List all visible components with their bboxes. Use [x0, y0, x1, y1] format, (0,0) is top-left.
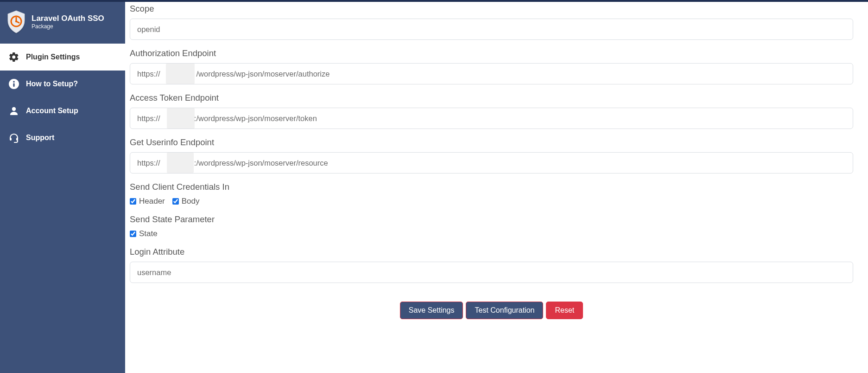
sidebar-item-label: How to Setup?: [26, 80, 78, 88]
credentials-body-checkbox[interactable]: [172, 198, 179, 205]
credentials-body-label: Body: [182, 197, 200, 206]
sidebar-item-how-to-setup[interactable]: How to Setup?: [0, 71, 125, 97]
info-icon: [8, 78, 19, 90]
scope-input[interactable]: [130, 19, 853, 40]
authorization-endpoint-input[interactable]: [130, 63, 853, 84]
state-checkbox[interactable]: [130, 231, 136, 237]
svg-point-3: [13, 81, 15, 83]
actions: Save Settings Test Configuration Reset: [130, 302, 853, 319]
login-attribute-label: Login Attribute: [130, 247, 853, 257]
userinfo-endpoint-label: Get Userinfo Endpoint: [130, 137, 853, 148]
headset-icon: [8, 132, 19, 143]
brand-title: Laravel OAuth SSO: [32, 14, 104, 23]
reset-button[interactable]: Reset: [546, 302, 583, 319]
sidebar-item-label: Plugin Settings: [26, 53, 80, 61]
main-content: Scope Authorization Endpoint Access Toke…: [125, 0, 868, 373]
sidebar-item-support[interactable]: Support: [0, 124, 125, 151]
login-attribute-input[interactable]: [130, 262, 853, 283]
state-param-label: Send State Parameter: [130, 214, 853, 225]
redacted-mask: [167, 108, 195, 129]
sidebar-item-label: Account Setup: [26, 107, 78, 115]
access-token-endpoint-input[interactable]: [130, 108, 853, 129]
sidebar-item-account-setup[interactable]: Account Setup: [0, 97, 125, 124]
state-label: State: [139, 229, 158, 238]
credentials-body-check[interactable]: Body: [172, 197, 200, 206]
redacted-mask: [167, 153, 194, 173]
svg-point-1: [15, 20, 17, 22]
user-icon: [8, 105, 19, 116]
redacted-mask: [166, 64, 195, 84]
shield-icon: [6, 10, 26, 33]
userinfo-endpoint-input[interactable]: [130, 152, 853, 174]
test-configuration-button[interactable]: Test Configuration: [466, 302, 543, 319]
credentials-header-checkbox[interactable]: [130, 198, 136, 205]
sidebar-item-plugin-settings[interactable]: Plugin Settings: [0, 44, 125, 71]
authorization-endpoint-label: Authorization Endpoint: [130, 48, 853, 58]
access-token-endpoint-label: Access Token Endpoint: [130, 93, 853, 103]
credentials-header-label: Header: [139, 197, 165, 206]
brand: Laravel OAuth SSO Package: [0, 2, 125, 44]
scope-label: Scope: [130, 4, 853, 14]
brand-subtitle: Package: [32, 23, 104, 30]
gear-icon: [8, 51, 19, 63]
credentials-label: Send Client Credentials In: [130, 182, 853, 192]
svg-point-5: [12, 107, 16, 111]
sidebar-item-label: Support: [26, 134, 54, 142]
sidebar: Laravel OAuth SSO Package Plugin Setting…: [0, 0, 125, 373]
svg-rect-4: [13, 83, 14, 87]
save-settings-button[interactable]: Save Settings: [400, 302, 463, 319]
svg-rect-6: [10, 138, 12, 141]
state-check[interactable]: State: [130, 229, 158, 238]
sidebar-nav: Plugin Settings How to Setup? Account Se…: [0, 44, 125, 151]
credentials-header-check[interactable]: Header: [130, 197, 165, 206]
